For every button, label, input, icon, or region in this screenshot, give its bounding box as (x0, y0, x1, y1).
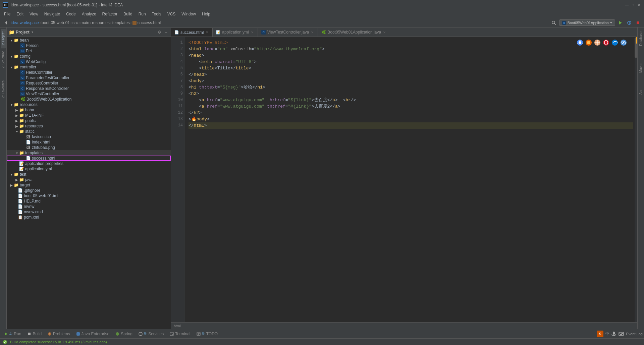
tree-item-java[interactable]: ▶ 📁 java (7, 177, 171, 182)
opera-icon[interactable] (602, 39, 610, 46)
svg-rect-42 (613, 332, 615, 335)
tree-item-controller[interactable]: ▾ 📁 controller (7, 64, 171, 70)
tree-item-responsetestcontroller[interactable]: C ResponseTestController (7, 86, 171, 91)
tree-item-boot05app[interactable]: 🌿 Boot05Web01Application (7, 97, 171, 102)
menu-run[interactable]: Run (136, 11, 149, 17)
menu-tools[interactable]: Tools (149, 11, 164, 17)
tree-item-target[interactable]: ▶ 📁 target (7, 182, 171, 188)
svg-point-15 (579, 41, 581, 44)
breadcrumb-src[interactable]: src (72, 20, 78, 25)
tree-item-bean[interactable]: ▾ 📁 bean (7, 38, 171, 43)
tree-item-pomxml[interactable]: 📋 pom.xml (7, 215, 171, 220)
tree-item-helpmd[interactable]: 📄 HELP.md (7, 198, 171, 204)
tab-favorites[interactable]: 2: Favorites (1, 78, 6, 101)
sidebar-tab-database[interactable]: Database (638, 29, 643, 49)
back-button[interactable] (3, 20, 9, 25)
maximize-button[interactable]: □ (631, 3, 635, 7)
sidebar-tab-maven[interactable]: Maven (638, 60, 643, 75)
sidebar-tab-ant[interactable]: Ant (638, 87, 643, 97)
tree-item-metainf[interactable]: ▶ 📁 META-INF (7, 113, 171, 118)
tab-viewtestcontroller[interactable]: C ViewTestController.java ✕ (258, 28, 318, 37)
debug-button[interactable] (626, 19, 633, 26)
tab-appyml[interactable]: 📝 application.yml ✕ (213, 28, 258, 37)
panel-collapse-button[interactable]: – (163, 30, 169, 35)
folder-icon-public: 📁 (19, 118, 24, 123)
bottom-tab-javaee[interactable]: Java Enterprise (73, 330, 112, 338)
edge-icon[interactable] (611, 39, 619, 46)
bottom-tab-todo[interactable]: 6: TODO (194, 330, 221, 338)
tab-structure[interactable]: 2: Structure (1, 48, 6, 71)
tree-item-config[interactable]: ▾ 📁 config (7, 54, 171, 59)
stop-button[interactable] (635, 19, 641, 26)
breadcrumb-file[interactable]: H success.html (132, 20, 161, 25)
menu-refactor[interactable]: Refactor (100, 11, 120, 17)
bottom-tab-terminal[interactable]: Terminal (167, 330, 193, 338)
project-dropdown-chevron[interactable]: ▾ (32, 30, 33, 34)
menu-vcs[interactable]: VCS (165, 11, 178, 17)
menu-file[interactable]: File (1, 11, 13, 17)
minimize-button[interactable]: — (625, 3, 629, 7)
tree-item-pet[interactable]: C Pet (7, 48, 171, 54)
bottom-tab-build[interactable]: Build (24, 330, 44, 338)
safari-icon[interactable] (594, 39, 601, 46)
tree-item-requestcontroller[interactable]: C RequestController (7, 80, 171, 86)
menu-build[interactable]: Build (121, 11, 135, 17)
bottom-tab-services[interactable]: 8: Services (136, 330, 166, 338)
tree-item-zhifubao[interactable]: 🖼 zhifubao.png (7, 145, 171, 150)
firefox-icon[interactable] (585, 39, 592, 46)
bottom-tab-problems[interactable]: ! Problems (45, 330, 73, 338)
menu-analyze[interactable]: Analyze (79, 11, 99, 17)
tab-boot05app[interactable]: 🌿 Boot05Web01Application.java ✕ (318, 28, 390, 37)
tree-item-templates[interactable]: ▾ 📁 templates (7, 150, 171, 156)
breadcrumb-main[interactable]: main (80, 20, 89, 25)
tree-item-webconfig[interactable]: C WebConfig (7, 59, 171, 64)
run-config-selector[interactable]: B Boot05Web01Application ▾ (559, 19, 615, 26)
tree-item-appyml[interactable]: 📝 application.yml (7, 166, 171, 172)
menu-navigate[interactable]: Navigate (42, 11, 63, 17)
tree-item-haha[interactable]: ▶ 📁 haha (7, 107, 171, 113)
tree-item-person[interactable]: C Person (7, 43, 171, 48)
close-button[interactable]: ✕ (637, 3, 641, 7)
menu-help[interactable]: Help (199, 11, 213, 17)
tree-item-public[interactable]: ▶ 📁 public (7, 118, 171, 123)
code-content[interactable]: <!DOCTYPE html> <html lang="en" xmlns:th… (184, 37, 637, 322)
tree-item-gitignore[interactable]: 📄 .gitignore (7, 188, 171, 193)
tree-item-resources[interactable]: ▾ 📁 resources (7, 102, 171, 107)
search-everywhere-button[interactable] (550, 19, 557, 26)
tab-close-successhtml[interactable]: ✕ (205, 31, 209, 35)
tree-item-indexhtml[interactable]: 📄 index.html (7, 139, 171, 145)
tree-item-hellocontroller[interactable]: C HelloController (7, 70, 171, 75)
menu-edit[interactable]: Edit (14, 11, 26, 17)
tab-close-appyml[interactable]: ✕ (250, 30, 254, 34)
tab-successhtml[interactable]: 📄 success.html ✕ (171, 28, 213, 37)
tree-item-appprops[interactable]: 📝 application.properties (7, 161, 171, 166)
menu-code[interactable]: Code (63, 11, 78, 17)
panel-gear-button[interactable]: ⚙ (157, 30, 162, 35)
tab-close-vtc[interactable]: ✕ (310, 30, 314, 34)
tab-close-boot05[interactable]: ✕ (382, 30, 386, 34)
breadcrumb-workspace[interactable]: idea-workspace (11, 20, 39, 25)
menu-window[interactable]: Window (179, 11, 199, 17)
breadcrumb-module[interactable]: boot-05-web-01 (42, 20, 70, 25)
tree-item-mvnw[interactable]: 📄 mvnw (7, 204, 171, 209)
tree-item-paramtestcontroller[interactable]: C ParameterTestController (7, 75, 171, 80)
tree-item-successhtml[interactable]: 📄 success.html (7, 156, 171, 161)
breadcrumb-templates[interactable]: templates (112, 20, 130, 25)
tree-item-resources2[interactable]: ▶ 📁 resources (7, 123, 171, 129)
editor-scrollbar[interactable] (635, 37, 637, 322)
tree-item-mvnwcmd[interactable]: 📄 mvnw.cmd (7, 209, 171, 215)
menu-view[interactable]: View (27, 11, 41, 17)
tree-item-viewtestcontroller[interactable]: C ViewTestController (7, 91, 171, 97)
tree-item-faviconico[interactable]: 🖼 favicon.ico (7, 134, 171, 139)
event-log-label[interactable]: Event Log (626, 332, 643, 336)
bottom-tab-spring[interactable]: Spring (113, 330, 135, 338)
breadcrumb-resources[interactable]: resources (92, 20, 110, 25)
run-button[interactable] (617, 19, 624, 26)
tree-item-iml[interactable]: 📄 boot-05-web-01.iml (7, 193, 171, 198)
ie-icon[interactable] (620, 39, 627, 46)
tree-item-static[interactable]: ▾ 📁 static (7, 129, 171, 134)
tree-item-test[interactable]: ▾ 📁 test (7, 172, 171, 177)
tab-project[interactable]: 1: Project (1, 29, 6, 48)
chrome-icon[interactable] (576, 39, 584, 46)
bottom-tab-run[interactable]: 4: Run (1, 330, 24, 338)
